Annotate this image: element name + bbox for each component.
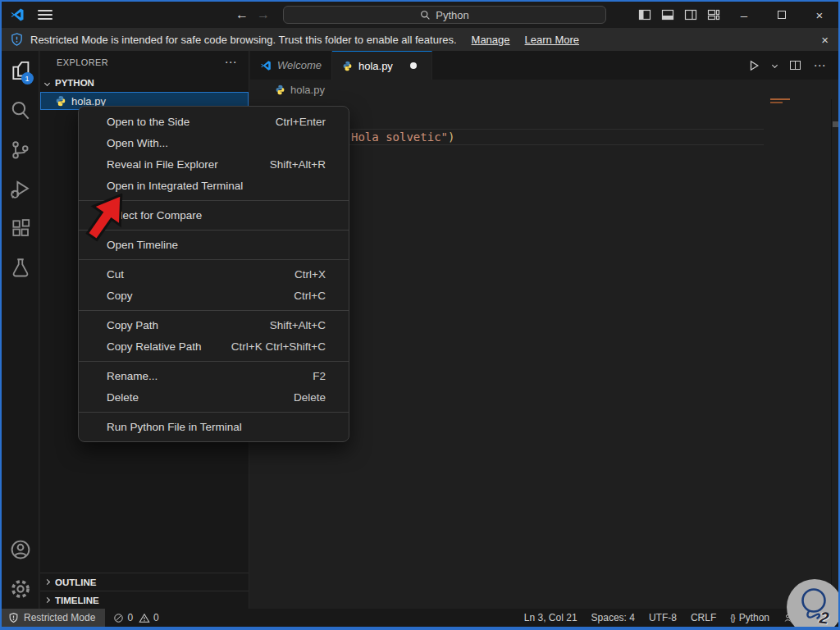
folder-section-label: PYTHON bbox=[55, 78, 94, 88]
code-string: Hola solvetic" bbox=[351, 130, 448, 144]
run-debug-icon[interactable] bbox=[2, 169, 39, 208]
extensions-icon[interactable] bbox=[2, 208, 39, 248]
toggle-secondary-sidebar-icon[interactable] bbox=[679, 2, 702, 28]
menu-item-run-python-file-in-terminal[interactable]: Run Python File in Terminal bbox=[79, 416, 349, 437]
minimize-button[interactable]: – bbox=[725, 2, 763, 28]
title-bar: ← → Python – × bbox=[2, 2, 838, 28]
lightbulb-icon bbox=[787, 579, 840, 630]
python-file-icon bbox=[275, 84, 285, 95]
forward-arrow-icon[interactable]: → bbox=[257, 7, 270, 22]
chevron-right-icon bbox=[44, 597, 50, 603]
tab-hola-py[interactable]: hola.py bbox=[332, 51, 432, 80]
editor-scrollbar[interactable] bbox=[831, 99, 840, 609]
errors-icon bbox=[113, 613, 124, 623]
menu-item-copy-path[interactable]: Copy PathShift+Alt+C bbox=[79, 314, 349, 336]
menu-separator bbox=[79, 200, 349, 201]
problems-status[interactable]: 0 0 bbox=[113, 612, 158, 623]
command-center-search[interactable]: Python bbox=[283, 6, 606, 24]
python-file-icon bbox=[55, 95, 66, 107]
banner-close-icon[interactable]: × bbox=[821, 33, 829, 47]
chevron-right-icon bbox=[44, 579, 50, 585]
menu-item-open-with[interactable]: Open With... bbox=[79, 132, 349, 153]
activity-bar: 1 bbox=[2, 51, 39, 609]
menu-item-copy-relative-path[interactable]: Copy Relative PathCtrl+K Ctrl+Shift+C bbox=[79, 336, 349, 357]
lightbulb-watermark: 2 bbox=[787, 579, 840, 630]
outline-section[interactable]: OUTLINE bbox=[40, 573, 249, 591]
run-button[interactable] bbox=[745, 57, 763, 75]
sidebar-title: EXPLORER bbox=[57, 57, 108, 67]
close-window-button[interactable]: × bbox=[801, 2, 838, 28]
breadcrumb[interactable]: hola.py bbox=[250, 80, 838, 99]
menu-item-open-to-side[interactable]: Open to the SideCtrl+Enter bbox=[79, 111, 349, 132]
warnings-icon bbox=[139, 613, 150, 623]
menu-item-copy[interactable]: CopyCtrl+C bbox=[79, 285, 349, 306]
timeline-section[interactable]: TIMELINE bbox=[40, 591, 249, 609]
split-editor-icon[interactable] bbox=[786, 57, 804, 75]
menu-item-cut[interactable]: CutCtrl+X bbox=[79, 263, 349, 285]
minimap[interactable] bbox=[764, 98, 831, 609]
explorer-badge: 1 bbox=[21, 72, 34, 84]
menu-separator bbox=[79, 361, 349, 362]
run-dropdown-chevron-icon[interactable] bbox=[769, 57, 779, 75]
editor-more-actions-icon[interactable]: ⋯ bbox=[810, 57, 829, 75]
code-bracket: ) bbox=[448, 130, 454, 144]
account-icon[interactable] bbox=[2, 530, 39, 569]
menu-item-select-for-compare[interactable]: Select for Compare bbox=[79, 204, 349, 226]
menu-item-delete[interactable]: DeleteDelete bbox=[79, 386, 349, 408]
language-label: Python bbox=[739, 612, 769, 623]
toggle-sidebar-icon[interactable] bbox=[633, 2, 656, 28]
error-count: 0 bbox=[127, 612, 133, 623]
search-sidebar-icon[interactable] bbox=[2, 90, 39, 130]
tab-welcome[interactable]: Welcome bbox=[250, 51, 332, 80]
tab-bar: Welcome hola.py ⋯ bbox=[250, 51, 838, 80]
source-control-icon[interactable] bbox=[2, 130, 39, 169]
banner-manage-link[interactable]: Manage bbox=[472, 34, 510, 46]
customize-layout-icon[interactable] bbox=[702, 2, 725, 28]
language-mode-status[interactable]: {} Python bbox=[730, 612, 769, 623]
vscode-window: ← → Python – × bbox=[0, 0, 840, 630]
code-line: Hola solvetic") bbox=[351, 130, 454, 146]
python-file-icon bbox=[342, 61, 353, 71]
menu-item-reveal-in-file-explorer[interactable]: Reveal in File ExplorerShift+Alt+R bbox=[79, 153, 349, 175]
menu-item-open-timeline[interactable]: Open Timeline bbox=[79, 234, 349, 255]
menu-separator bbox=[79, 310, 349, 311]
maximize-icon bbox=[778, 11, 786, 19]
explorer-icon[interactable]: 1 bbox=[2, 51, 39, 90]
banner-learn-more-link[interactable]: Learn More bbox=[525, 34, 579, 46]
menu-separator bbox=[79, 230, 349, 231]
toggle-panel-icon[interactable] bbox=[656, 2, 679, 28]
warning-count: 0 bbox=[153, 612, 159, 623]
explorer-more-actions-icon[interactable]: ⋯ bbox=[225, 55, 237, 70]
menu-hamburger-icon[interactable] bbox=[38, 10, 52, 20]
shield-icon bbox=[8, 612, 19, 623]
shield-icon bbox=[10, 32, 24, 47]
status-bar: Restricted Mode 0 0 Ln 3, Col 21 Spaces:… bbox=[2, 609, 838, 627]
tab-hola-label: hola.py bbox=[358, 60, 393, 72]
folder-section-python[interactable]: PYTHON bbox=[40, 74, 249, 92]
chevron-down-icon bbox=[44, 80, 50, 85]
banner-message: Restricted Mode is intended for safe cod… bbox=[30, 34, 457, 46]
braces-icon: {} bbox=[730, 613, 734, 623]
cursor-position-status[interactable]: Ln 3, Col 21 bbox=[524, 612, 578, 623]
timeline-label: TIMELINE bbox=[55, 596, 99, 605]
file-context-menu: Open to the SideCtrl+Enter Open With... … bbox=[78, 106, 349, 442]
vscode-logo-icon bbox=[10, 7, 25, 22]
settings-gear-icon[interactable] bbox=[2, 569, 39, 609]
menu-separator bbox=[79, 412, 349, 413]
tab-welcome-label: Welcome bbox=[277, 59, 322, 71]
vscode-logo-icon bbox=[260, 60, 272, 71]
testing-icon[interactable] bbox=[2, 248, 39, 287]
back-arrow-icon[interactable]: ← bbox=[235, 7, 249, 22]
restricted-mode-label: Restricted Mode bbox=[24, 612, 95, 623]
menu-item-rename[interactable]: Rename...F2 bbox=[79, 365, 349, 386]
eol-status[interactable]: CRLF bbox=[691, 612, 716, 623]
encoding-status[interactable]: UTF-8 bbox=[649, 612, 677, 623]
scrollbar-thumb[interactable] bbox=[833, 121, 840, 127]
search-icon bbox=[420, 10, 431, 21]
maximize-button[interactable] bbox=[763, 2, 801, 28]
menu-item-open-in-integrated-terminal[interactable]: Open in Integrated Terminal bbox=[79, 175, 349, 196]
restricted-mode-status[interactable]: Restricted Mode bbox=[2, 609, 105, 627]
search-value: Python bbox=[436, 9, 468, 21]
indentation-status[interactable]: Spaces: 4 bbox=[591, 612, 635, 623]
modified-dot-icon[interactable] bbox=[410, 62, 417, 69]
